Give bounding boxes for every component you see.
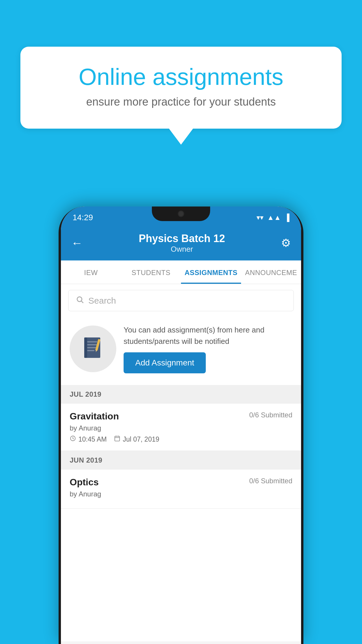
tabs-bar: IEW STUDENTS ASSIGNMENTS ANNOUNCEME (61, 260, 301, 284)
battery-icon: ▐ (284, 214, 289, 222)
clock-icon (70, 435, 76, 443)
promo-icon-circle (70, 326, 116, 372)
assignment-submitted: 0/6 Submitted (249, 411, 292, 419)
promo-card: You can add assignment(s) from here and … (68, 320, 294, 378)
status-time: 14:29 (73, 213, 93, 222)
date-value: Jul 07, 2019 (123, 435, 159, 443)
search-icon (76, 295, 84, 306)
promo-text: You can add assignment(s) from here and … (124, 324, 292, 373)
batch-subtitle: Owner (139, 245, 225, 254)
assignment-name-optics: Optics (70, 477, 99, 488)
signal-icon: ▲▲ (267, 214, 281, 222)
speech-bubble: Online assignments ensure more practice … (20, 47, 342, 129)
screen-content: Search (61, 284, 301, 641)
time-value: 10:45 AM (78, 435, 107, 443)
assignment-author: by Anurag (70, 424, 292, 432)
assignment-item-gravitation[interactable]: Gravitation 0/6 Submitted by Anurag 10:4… (61, 404, 301, 451)
phone-camera (178, 211, 184, 217)
search-container: Search (61, 284, 301, 317)
svg-point-0 (77, 297, 82, 302)
assignment-author-optics: by Anurag (70, 490, 292, 498)
assignment-item-optics[interactable]: Optics 0/6 Submitted by Anurag (61, 470, 301, 509)
app-header: ← Physics Batch 12 Owner ⚙ (61, 225, 301, 260)
phone-notch (152, 206, 210, 221)
notebook-icon (81, 336, 105, 362)
svg-rect-4 (87, 344, 97, 345)
assignment-meta: 10:45 AM Jul 07, 2019 (70, 435, 292, 443)
tab-assignments[interactable]: ASSIGNMENTS (181, 260, 241, 284)
settings-icon[interactable]: ⚙ (281, 237, 291, 249)
add-assignment-button[interactable]: Add Assignment (124, 352, 206, 373)
calendar-icon (114, 435, 120, 443)
svg-rect-6 (87, 350, 94, 351)
assignment-top-row: Gravitation 0/6 Submitted (70, 411, 292, 422)
back-button[interactable]: ← (71, 237, 83, 250)
search-placeholder: Search (88, 296, 116, 306)
tab-iew[interactable]: IEW (61, 260, 121, 284)
phone-screen: 14:29 ▾▾ ▲▲ ▐ ← Physics Batch 12 Owner ⚙… (61, 206, 301, 644)
search-bar[interactable]: Search (68, 290, 294, 311)
svg-rect-11 (115, 436, 120, 441)
assignment-submitted-optics: 0/6 Submitted (249, 477, 292, 485)
section-header-jul: JUL 2019 (61, 385, 301, 404)
tab-students[interactable]: STUDENTS (121, 260, 181, 284)
speech-bubble-wrapper: Online assignments ensure more practice … (20, 47, 342, 129)
assignment-name: Gravitation (70, 411, 119, 422)
header-center: Physics Batch 12 Owner (139, 232, 225, 254)
promo-description: You can add assignment(s) from here and … (124, 324, 292, 347)
wifi-icon: ▾▾ (256, 214, 263, 222)
bubble-title: Online assignments (41, 64, 321, 90)
assignment-top-row-optics: Optics 0/6 Submitted (70, 477, 292, 488)
svg-line-1 (81, 301, 83, 303)
meta-date: Jul 07, 2019 (114, 435, 159, 443)
batch-title: Physics Batch 12 (139, 232, 225, 245)
tab-announcements[interactable]: ANNOUNCEME (241, 260, 301, 284)
phone-frame: 14:29 ▾▾ ▲▲ ▐ ← Physics Batch 12 Owner ⚙… (59, 206, 303, 644)
section-header-jun: JUN 2019 (61, 451, 301, 470)
meta-time: 10:45 AM (70, 435, 107, 443)
bubble-subtitle: ensure more practice for your students (41, 96, 321, 108)
svg-rect-3 (87, 341, 97, 342)
svg-rect-7 (84, 337, 87, 358)
status-icons: ▾▾ ▲▲ ▐ (256, 214, 289, 222)
